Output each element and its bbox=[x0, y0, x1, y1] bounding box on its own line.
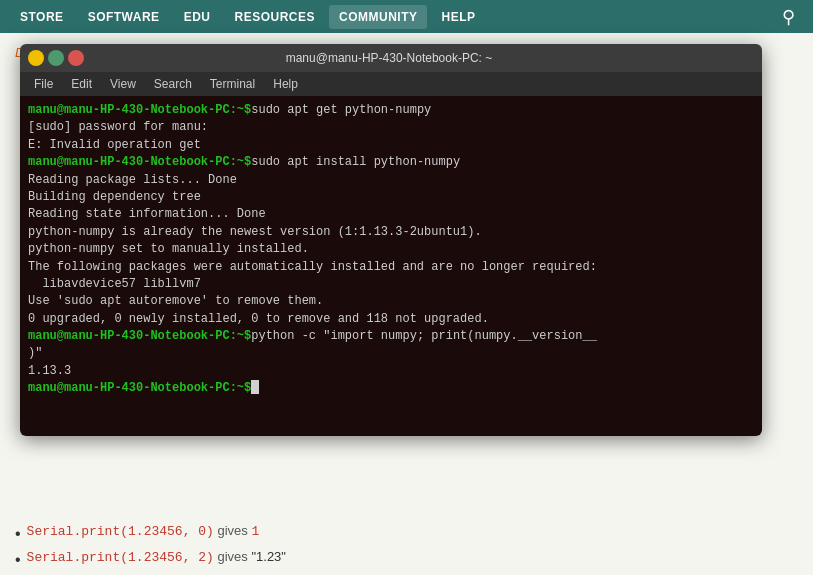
bottom-text-1: Serial.print(1.23456, 0) gives 1 bbox=[27, 523, 260, 539]
terminal-menu-search[interactable]: Search bbox=[146, 75, 200, 93]
prompt-16: manu@manu-HP-430-Notebook-PC:~$ bbox=[28, 380, 251, 397]
top-navigation: STORE SOFTWARE EDU RESOURCES COMMUNITY H… bbox=[0, 0, 813, 33]
terminal-line-8: python-numpy is already the newest versi… bbox=[28, 224, 754, 241]
terminal-line-6: Building dependency tree bbox=[28, 189, 754, 206]
nav-store[interactable]: STORE bbox=[10, 5, 74, 29]
terminal-body[interactable]: manu@manu-HP-430-Notebook-PC:~$ sudo apt… bbox=[20, 96, 762, 436]
prompt-1: manu@manu-HP-430-Notebook-PC:~$ bbox=[28, 102, 251, 119]
terminal-menu-edit[interactable]: Edit bbox=[63, 75, 100, 93]
terminal-menubar: File Edit View Search Terminal Help bbox=[20, 72, 762, 96]
terminal-line-12: Use 'sudo apt autoremove' to remove them… bbox=[28, 293, 754, 310]
prompt-14: manu@manu-HP-430-Notebook-PC:~$ bbox=[28, 328, 251, 345]
terminal-line-3: E: Invalid operation get bbox=[28, 137, 754, 154]
bottom-text-2: Serial.print(1.23456, 2) gives "1.23" bbox=[27, 549, 286, 565]
bottom-item-1: • Serial.print(1.23456, 0) gives 1 bbox=[15, 523, 798, 545]
terminal-line-10: The following packages were automaticall… bbox=[28, 259, 754, 276]
terminal-menu-help[interactable]: Help bbox=[265, 75, 306, 93]
nav-resources[interactable]: RESOURCES bbox=[224, 5, 325, 29]
maximize-button[interactable] bbox=[48, 50, 64, 66]
terminal-line-7: Reading state information... Done bbox=[28, 206, 754, 223]
terminal-line-5: Reading package lists... Done bbox=[28, 172, 754, 189]
nav-items: STORE SOFTWARE EDU RESOURCES COMMUNITY H… bbox=[10, 5, 486, 29]
terminal-line-4: manu@manu-HP-430-Notebook-PC:~$ sudo apt… bbox=[28, 154, 754, 171]
terminal-line-11: libavdevice57 libllvm7 bbox=[28, 276, 754, 293]
nav-software[interactable]: SOFTWARE bbox=[78, 5, 170, 29]
terminal-menu-terminal[interactable]: Terminal bbox=[202, 75, 263, 93]
terminal-controls bbox=[28, 50, 84, 66]
bullet-2: • bbox=[15, 549, 21, 571]
cmd-4: sudo apt install python-numpy bbox=[251, 154, 460, 171]
cmd-1: sudo apt get python-numpy bbox=[251, 102, 431, 119]
nav-edu[interactable]: EDU bbox=[174, 5, 221, 29]
search-icon[interactable]: ⚲ bbox=[774, 2, 803, 32]
terminal-line-1: manu@manu-HP-430-Notebook-PC:~$ sudo apt… bbox=[28, 102, 754, 119]
terminal-menu-file[interactable]: File bbox=[26, 75, 61, 93]
close-button[interactable] bbox=[68, 50, 84, 66]
prompt-4: manu@manu-HP-430-Notebook-PC:~$ bbox=[28, 154, 251, 171]
terminal-line-9: python-numpy set to manually installed. bbox=[28, 241, 754, 258]
terminal-title: manu@manu-HP-430-Notebook-PC: ~ bbox=[84, 51, 694, 65]
nav-help[interactable]: HELP bbox=[431, 5, 485, 29]
bottom-item-2: • Serial.print(1.23456, 2) gives "1.23" bbox=[15, 549, 798, 571]
terminal-line-15: 1.13.3 bbox=[28, 363, 754, 380]
terminal-menu-view[interactable]: View bbox=[102, 75, 144, 93]
minimize-button[interactable] bbox=[28, 50, 44, 66]
terminal-line-14b: )" bbox=[28, 345, 754, 362]
terminal-titlebar: manu@manu-HP-430-Notebook-PC: ~ bbox=[20, 44, 762, 72]
bullet-1: • bbox=[15, 523, 21, 545]
terminal-line-16: manu@manu-HP-430-Notebook-PC:~$ bbox=[28, 380, 754, 397]
terminal-cursor bbox=[251, 380, 259, 394]
terminal-line-2: [sudo] password for manu: bbox=[28, 119, 754, 136]
cmd-14: python -c "import numpy; print(numpy.__v… bbox=[251, 328, 597, 345]
terminal-window: manu@manu-HP-430-Notebook-PC: ~ File Edi… bbox=[20, 44, 762, 436]
bottom-content: • Serial.print(1.23456, 0) gives 1 • Ser… bbox=[0, 485, 813, 575]
nav-community[interactable]: COMMUNITY bbox=[329, 5, 428, 29]
terminal-line-13: 0 upgraded, 0 newly installed, 0 to remo… bbox=[28, 311, 754, 328]
terminal-line-14: manu@manu-HP-430-Notebook-PC:~$ python -… bbox=[28, 328, 754, 345]
